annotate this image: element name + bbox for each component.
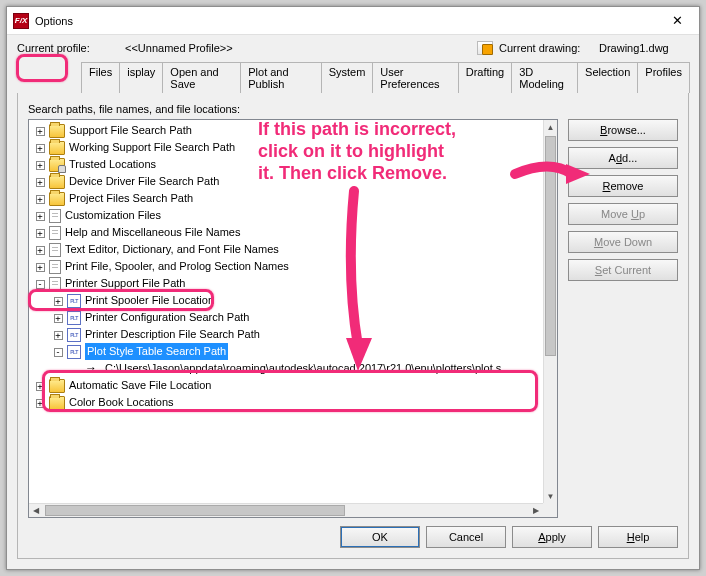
apply-button[interactable]: Apply — [512, 526, 592, 548]
tab-system[interactable]: System — [321, 62, 374, 93]
tree-item[interactable]: +Trusted Locations — [31, 156, 543, 173]
tab-open-and-save[interactable]: Open and Save — [162, 62, 241, 93]
scroll-down-icon[interactable]: ▼ — [544, 489, 557, 503]
tree-item-label: Print Spooler File Location — [85, 292, 214, 309]
tree-view[interactable]: +Support File Search Path+Working Suppor… — [28, 119, 558, 518]
tree-item[interactable]: +Working Support File Search Path — [31, 139, 543, 156]
tree-item-label: Print File, Spooler, and Prolog Section … — [65, 258, 289, 275]
tree-item[interactable]: +Device Driver File Search Path — [31, 173, 543, 190]
folder-icon — [49, 192, 65, 206]
current-profile-label: Current profile: — [17, 42, 125, 54]
expand-icon[interactable]: + — [36, 246, 45, 255]
window-title: Options — [35, 15, 73, 27]
plt-icon — [67, 328, 81, 342]
expand-icon[interactable]: + — [36, 212, 45, 221]
tree-item-label: Working Support File Search Path — [69, 139, 235, 156]
tab-3d-modeling[interactable]: 3D Modeling — [511, 62, 578, 93]
options-dialog: F/X Options ✕ Current profile: <<Unnamed… — [6, 6, 700, 570]
expand-icon[interactable]: + — [54, 297, 63, 306]
expand-icon[interactable]: + — [36, 263, 45, 272]
folder-locked-icon — [49, 158, 65, 172]
expand-icon[interactable]: + — [36, 144, 45, 153]
add-button[interactable]: Add... — [568, 147, 678, 169]
tree-item[interactable]: +Text Editor, Dictionary, and Font File … — [31, 241, 543, 258]
tree-item[interactable]: C:\Users\Jason\appdata\roaming\autodesk\… — [31, 360, 543, 377]
horizontal-scrollbar[interactable]: ◀ ▶ — [29, 503, 543, 517]
tree-item[interactable]: +Automatic Save File Location — [31, 377, 543, 394]
tree-item[interactable]: -Printer Support File Path — [31, 275, 543, 292]
drawing-icon — [477, 41, 493, 55]
tree-item-label: Trusted Locations — [69, 156, 156, 173]
tab-drafting[interactable]: Drafting — [458, 62, 513, 93]
tab-profiles[interactable]: Profiles — [637, 62, 690, 93]
collapse-icon[interactable]: - — [54, 348, 63, 357]
tab-plot-and-publish[interactable]: Plot and Publish — [240, 62, 321, 93]
move-up-button: Move Up — [568, 203, 678, 225]
tree-item-label: Plot Style Table Search Path — [85, 343, 228, 360]
plt-icon — [67, 311, 81, 325]
tab-user-preferences[interactable]: User Preferences — [372, 62, 458, 93]
collapse-icon[interactable]: - — [36, 280, 45, 289]
folder-icon — [49, 396, 65, 410]
dialog-buttons: OK Cancel Apply Help — [28, 518, 678, 548]
tree-item-label: Color Book Locations — [69, 394, 174, 411]
side-button-column: Browse... Add... Remove Move Up Move Dow… — [568, 119, 678, 518]
doc-icon — [49, 226, 61, 240]
scroll-up-icon[interactable]: ▲ — [544, 120, 557, 134]
tree-item[interactable]: +Color Book Locations — [31, 394, 543, 411]
tree-item[interactable]: +Help and Miscellaneous File Names — [31, 224, 543, 241]
app-icon: F/X — [13, 13, 29, 29]
scroll-thumb[interactable] — [545, 136, 556, 356]
dialog-body: Current profile: <<Unnamed Profile>> Cur… — [7, 35, 699, 569]
remove-button[interactable]: Remove — [568, 175, 678, 197]
doc-icon — [49, 260, 61, 274]
tree-item-label: Project Files Search Path — [69, 190, 193, 207]
tree-item[interactable]: +Customization Files — [31, 207, 543, 224]
tab-selection[interactable]: Selection — [577, 62, 638, 93]
close-icon: ✕ — [672, 13, 683, 28]
tree-item[interactable]: +Support File Search Path — [31, 122, 543, 139]
expand-icon[interactable]: + — [36, 399, 45, 408]
scroll-thumb-h[interactable] — [45, 505, 345, 516]
tree-item[interactable]: +Printer Configuration Search Path — [31, 309, 543, 326]
tab-isplay[interactable]: isplay — [119, 62, 163, 93]
doc-icon — [49, 209, 61, 223]
expand-icon[interactable]: + — [54, 314, 63, 323]
tree-item-label: Printer Support File Path — [65, 275, 185, 292]
folder-icon — [49, 175, 65, 189]
vertical-scrollbar[interactable]: ▲ ▼ — [543, 120, 557, 503]
tab-files[interactable]: Files — [81, 62, 120, 93]
cancel-button[interactable]: Cancel — [426, 526, 506, 548]
tree-item-label: Text Editor, Dictionary, and Font File N… — [65, 241, 279, 258]
expand-icon[interactable]: + — [36, 229, 45, 238]
scroll-left-icon[interactable]: ◀ — [29, 504, 43, 517]
expand-icon[interactable]: + — [36, 178, 45, 187]
expand-icon[interactable]: + — [54, 331, 63, 340]
tree-item-label: Customization Files — [65, 207, 161, 224]
browse-button[interactable]: Browse... — [568, 119, 678, 141]
profile-row: Current profile: <<Unnamed Profile>> Cur… — [17, 39, 689, 61]
tree-item-label: Printer Description File Search Path — [85, 326, 260, 343]
tabstrip: FilesisplayOpen and SavePlot and Publish… — [81, 61, 689, 93]
tree-item[interactable]: -Plot Style Table Search Path — [31, 343, 543, 360]
move-down-button: Move Down — [568, 231, 678, 253]
set-current-button: Set Current — [568, 259, 678, 281]
expand-icon[interactable]: + — [36, 161, 45, 170]
current-drawing-value: Drawing1.dwg — [599, 42, 689, 54]
help-button[interactable]: Help — [598, 526, 678, 548]
expand-icon[interactable]: + — [36, 382, 45, 391]
tree-item[interactable]: +Print Spooler File Location — [31, 292, 543, 309]
close-button[interactable]: ✕ — [655, 7, 699, 35]
expand-icon[interactable]: + — [36, 195, 45, 204]
arrow-icon — [85, 362, 101, 376]
ok-button[interactable]: OK — [340, 526, 420, 548]
tree-item[interactable]: +Print File, Spooler, and Prolog Section… — [31, 258, 543, 275]
panel-label: Search paths, file names, and file locat… — [28, 103, 678, 115]
titlebar: F/X Options ✕ — [7, 7, 699, 35]
tree-item[interactable]: +Printer Description File Search Path — [31, 326, 543, 343]
folder-icon — [49, 379, 65, 393]
tree-item[interactable]: +Project Files Search Path — [31, 190, 543, 207]
scroll-right-icon[interactable]: ▶ — [529, 504, 543, 517]
expand-icon[interactable]: + — [36, 127, 45, 136]
current-profile-value: <<Unnamed Profile>> — [125, 42, 275, 54]
